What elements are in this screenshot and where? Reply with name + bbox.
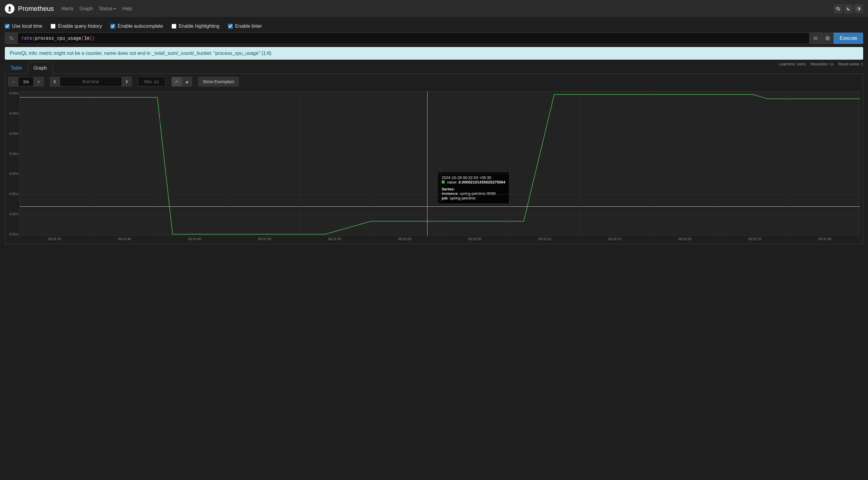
opt-autocomplete[interactable]: Enable autocomplete — [110, 24, 163, 29]
nav-links: Alerts Graph Status Help — [61, 6, 132, 11]
metrics-explorer-button[interactable] — [5, 33, 18, 44]
result-tabs: Table Graph Load time: 14ms Resolution: … — [5, 62, 863, 74]
gear-icon — [836, 6, 841, 11]
chart-plot[interactable]: 2024-10-28 00:32:03 +05:30 value: 0.0000… — [20, 91, 860, 236]
line-chart-icon — [175, 79, 179, 84]
brand-text: Prometheus — [18, 5, 54, 13]
svg-point-1 — [10, 37, 12, 39]
time-range-input[interactable] — [19, 77, 33, 87]
nav-graph[interactable]: Graph — [80, 6, 93, 11]
prometheus-logo-icon — [5, 4, 14, 13]
nav-alerts[interactable]: Alerts — [61, 6, 73, 11]
tooltip-instance-row: instance: spring-petclinic:8090 — [442, 191, 505, 196]
navbar: Prometheus Alerts Graph Status Help — [0, 0, 868, 18]
indent-icon — [813, 36, 818, 41]
tab-graph[interactable]: Graph — [28, 62, 53, 74]
chart-type-group — [172, 77, 192, 87]
opt-linter-label: Enable linter — [235, 24, 262, 29]
tooltip-value: 0.00002101435625275064 — [459, 180, 505, 184]
tooltip-value-label: value: — [447, 180, 459, 184]
chart-type-line-button[interactable] — [172, 77, 182, 87]
x-axis: 00:31:3500:31:4000:31:4500:31:5000:31:55… — [20, 236, 860, 241]
tab-table[interactable]: Table — [5, 62, 28, 74]
query-stats: Load time: 14ms Resolution: 1s Result se… — [779, 62, 863, 73]
theme-contrast-button[interactable] — [854, 4, 863, 13]
settings-button[interactable] — [834, 4, 843, 13]
tooltip-job-val: spring-petclinic — [450, 196, 476, 200]
query-options: Use local time Enable query history Enab… — [5, 21, 863, 33]
tooltip-timestamp: 2024-10-28 00:32:03 +05:30 — [442, 175, 505, 180]
end-time-prev-button[interactable] — [50, 77, 60, 87]
contrast-icon — [857, 7, 861, 11]
stat-result-series: Result series: 1 — [838, 62, 863, 72]
y-axis: 0.03m0.03m0.03m0.03m0.02m0.02m0.02m0.02m — [8, 91, 20, 236]
chevron-right-icon — [125, 80, 128, 84]
tabs-row: Table Graph Load time: 14ms Resolution: … — [5, 62, 863, 74]
opt-local-time-label: Use local time — [12, 24, 42, 29]
tooltip-instance-val: spring-petclinic:8090 — [460, 191, 496, 196]
tooltip-value-row: value: 0.00002101435625275064 — [442, 180, 505, 184]
opt-highlighting-checkbox[interactable] — [172, 24, 176, 29]
opt-local-time[interactable]: Use local time — [5, 24, 42, 29]
opt-query-history-checkbox[interactable] — [51, 24, 56, 29]
globe-button[interactable] — [822, 33, 834, 44]
resolution-input[interactable] — [138, 77, 165, 87]
time-range-decrease-button[interactable]: − — [8, 77, 19, 87]
end-time-input[interactable] — [60, 77, 122, 87]
execute-button[interactable]: Execute — [834, 33, 863, 44]
time-range-group: − + — [8, 77, 44, 87]
graph-controls: − + Show E — [8, 77, 860, 87]
tooltip-job-key: job — [442, 196, 448, 200]
crosshair-vertical — [427, 92, 428, 236]
show-exemplars-button[interactable]: Show Exemplars — [198, 77, 239, 87]
tooltip-instance-key: instance — [442, 191, 458, 196]
chart-type-stacked-button[interactable] — [182, 77, 192, 87]
chart-area: 0.03m0.03m0.03m0.03m0.02m0.02m0.02m0.02m… — [8, 91, 860, 236]
opt-autocomplete-checkbox[interactable] — [110, 24, 115, 29]
query-input[interactable]: rate(process_cpu_usage[1m]) — [18, 33, 809, 44]
stat-load-time: Load time: 14ms — [779, 62, 806, 72]
svg-line-2 — [12, 39, 13, 40]
format-query-button[interactable] — [809, 33, 822, 44]
opt-linter[interactable]: Enable linter — [228, 24, 262, 29]
theme-dark-button[interactable] — [844, 4, 853, 13]
area-chart-icon — [185, 79, 189, 84]
end-time-next-button[interactable] — [122, 77, 132, 87]
promql-info-alert: PromQL info: metric might not be a count… — [5, 47, 863, 60]
moon-icon — [846, 7, 850, 11]
search-icon — [9, 36, 14, 41]
globe-icon — [825, 36, 830, 41]
nav-right — [834, 4, 863, 13]
chevron-left-icon — [53, 80, 56, 84]
opt-local-time-checkbox[interactable] — [5, 24, 10, 29]
opt-autocomplete-label: Enable autocomplete — [118, 24, 163, 29]
chevron-down-icon — [114, 8, 116, 10]
nav-help[interactable]: Help — [122, 6, 132, 11]
nav-status[interactable]: Status — [99, 6, 116, 11]
content: Use local time Enable query history Enab… — [0, 18, 868, 248]
opt-query-history[interactable]: Enable query history — [51, 24, 102, 29]
opt-highlighting-label: Enable highlighting — [179, 24, 219, 29]
opt-query-history-label: Enable query history — [58, 24, 102, 29]
graph-panel: − + Show E — [5, 74, 863, 244]
tooltip-series-label: Series: — [442, 187, 505, 191]
query-row: rate(process_cpu_usage[1m]) Execute — [5, 33, 863, 44]
end-time-group — [50, 77, 132, 87]
tooltip-swatch — [442, 181, 445, 184]
stat-resolution: Resolution: 1s — [810, 62, 833, 72]
opt-highlighting[interactable]: Enable highlighting — [172, 24, 219, 29]
tooltip-job-row: job: spring-petclinic — [442, 196, 505, 200]
opt-linter-checkbox[interactable] — [228, 24, 233, 29]
brand-wrap[interactable]: Prometheus — [5, 4, 54, 13]
chart-tooltip: 2024-10-28 00:32:03 +05:30 value: 0.0000… — [438, 172, 509, 203]
time-range-increase-button[interactable]: + — [33, 77, 44, 87]
nav-status-label: Status — [99, 6, 113, 11]
